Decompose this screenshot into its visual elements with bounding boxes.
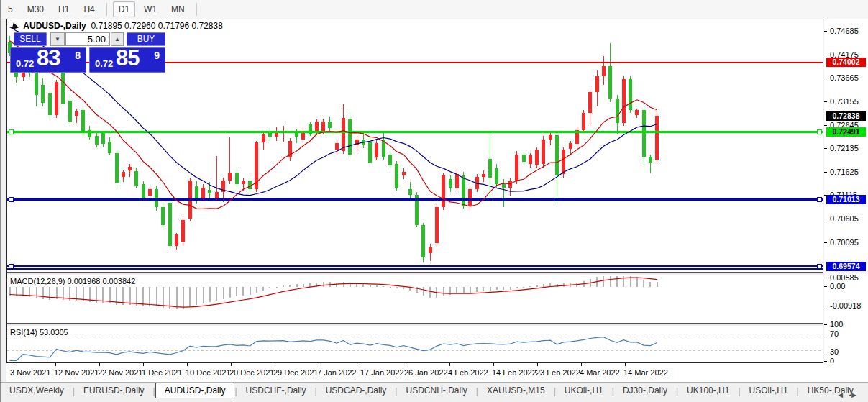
time-tick-mark [581, 363, 582, 366]
price-tick-label: 0.74685 [830, 27, 859, 35]
price-tick-label: 0.73665 [830, 73, 859, 82]
time-tick-label: 29 Dec 2021 [273, 368, 318, 377]
buy-button[interactable]: BUY [127, 32, 165, 46]
price-tick-mark [824, 219, 827, 219]
timeframe-button-m30[interactable]: M30 [22, 1, 50, 17]
volume-increase-button[interactable]: ▲ [111, 32, 124, 46]
time-tick-label: 3 Nov 2021 [10, 368, 50, 377]
bid-pip-digit: 8 [75, 50, 81, 61]
arrow-down-icon: ▼ [55, 36, 60, 42]
time-tick-label: 14 Feb 2022 [492, 368, 536, 377]
price-tick-mark [824, 148, 827, 149]
macd-tick-label: -0.00918 [830, 301, 861, 310]
price-tick-label: 0.70605 [830, 214, 859, 223]
price-tick-label: 0.70095 [830, 238, 859, 247]
time-tick-label: 17 Jan 2022 [360, 368, 404, 377]
sell-button[interactable]: SELL [14, 32, 47, 46]
time-tick-mark [537, 363, 538, 366]
price-level-tag: 0.72838 [826, 111, 866, 121]
time-tick-mark [449, 363, 450, 366]
time-tick-label: 20 Dec 2021 [229, 368, 274, 377]
rsi-tick-label: 30 [830, 347, 839, 356]
price-tick-mark [824, 55, 827, 55]
chart-tabs-bar: USDX,Weekly|EURUSD-,Daily|AUDUSD-,Daily|… [1, 382, 868, 398]
chart-tab-usdx-weekly[interactable]: USDX,Weekly [1, 383, 73, 398]
price-tick-label: 0.73155 [830, 97, 859, 106]
chart-tab-eurusd-daily[interactable]: EURUSD-,Daily [75, 383, 153, 398]
time-tick-label: 4 Feb 2022 [448, 368, 488, 377]
ask-big-digits: 85 [116, 45, 139, 71]
chart-cursor-icon [10, 22, 19, 29]
ohlc-values: 0.71895 0.72960 0.71796 0.72838 [91, 21, 223, 31]
timeframe-toolbar: 5M30H1H4D1W1MN [1, 0, 868, 19]
price-tick-mark [824, 31, 827, 32]
price-tick-mark [824, 78, 827, 78]
time-tick-mark [143, 363, 144, 366]
bid-big-digits: 83 [37, 45, 60, 71]
timeframe-button-5[interactable]: 5 [2, 1, 19, 17]
time-tick-mark [319, 363, 319, 366]
volume-input[interactable]: 5.00 [65, 32, 110, 46]
symbol-name: AUDUSD-,Daily [23, 21, 86, 31]
toolbar-separator [196, 3, 197, 16]
one-click-trading-panel: SELL ▼ 5.00 ▲ BUY 0.72 83 8 0.72 85 9 [10, 30, 165, 73]
macd-tick-label: 0.00 [830, 282, 845, 291]
timeframe-button-h4[interactable]: H4 [78, 1, 100, 17]
chart-tab-xauusd-m15[interactable]: XAUUSD-,M15 [478, 383, 554, 398]
time-tick-mark [99, 363, 100, 366]
time-tick-label: 1 Dec 2021 [142, 368, 182, 377]
chart-tab-dj30-daily[interactable]: DJ30-,Daily [614, 383, 676, 398]
price-axis[interactable]: 0.746850.741750.736650.731550.726450.721… [824, 19, 868, 363]
chart-tab-ukoil-h1[interactable]: UKOil-,H1 [556, 383, 612, 398]
volume-decrease-button[interactable]: ▼ [50, 32, 65, 46]
ask-price-button[interactable]: 0.72 85 9 [89, 47, 165, 73]
bid-prefix: 0.72 [16, 58, 34, 69]
time-tick-label: 23 Feb 2022 [536, 368, 580, 377]
arrow-up-icon: ▲ [114, 36, 120, 42]
price-tick-mark [824, 242, 827, 243]
macd-tick-label: 0.00585 [830, 273, 859, 282]
time-tick-mark [55, 363, 56, 366]
ask-prefix: 0.72 [95, 58, 113, 69]
rsi-panel-canvas[interactable] [7, 326, 823, 362]
time-tick-label: 4 Mar 2022 [580, 368, 620, 377]
price-tick-mark [824, 125, 827, 126]
trading-platform-window: 5M30H1H4D1W1MN MACD(12,26,9) 0.001968 0.… [0, 0, 868, 402]
price-tick-mark [824, 101, 827, 102]
ask-pip-digit: 9 [154, 50, 160, 61]
chart-tab-usoil-h1[interactable]: USOil-,H1 [741, 383, 797, 398]
rsi-tick-mark [824, 334, 827, 334]
time-tick-label: 14 Mar 2022 [623, 368, 668, 377]
time-tick-mark [275, 363, 275, 366]
rsi-tick-label: 100 [830, 320, 843, 329]
chart-title: AUDUSD-,Daily 0.71895 0.72960 0.71796 0.… [11, 21, 223, 31]
chart-tab-usdcad-daily[interactable]: USDCAD-,Daily [317, 383, 396, 398]
time-tick-mark [493, 363, 494, 366]
macd-indicator-label: MACD(12,26,9) 0.001968 0.003842 [10, 277, 135, 285]
rsi-tick-mark [824, 352, 827, 352]
bid-price-button[interactable]: 0.72 83 8 [10, 47, 86, 73]
time-tick-mark [625, 363, 626, 366]
time-axis[interactable]: 3 Nov 202112 Nov 202122 Nov 20211 Dec 20… [6, 363, 868, 382]
macd-tick-mark [824, 306, 827, 306]
time-tick-label: 26 Jan 2022 [404, 368, 448, 377]
price-tick-label: 0.71625 [830, 168, 859, 176]
timeframe-button-w1[interactable]: W1 [138, 1, 163, 17]
chart-tab-audusd-daily[interactable]: AUDUSD-,Daily [155, 383, 235, 398]
status-strip [1, 398, 868, 402]
rsi-tick-mark [824, 324, 827, 325]
timeframe-button-h1[interactable]: H1 [52, 1, 75, 17]
price-level-tag: 0.72491 [826, 127, 866, 137]
timeframe-button-d1[interactable]: D1 [113, 1, 135, 17]
chart-tab-usdcnh-daily[interactable]: USDCNH-,Daily [397, 383, 475, 398]
price-level-tag: 0.71013 [826, 195, 866, 204]
price-level-tag: 0.69574 [826, 262, 866, 271]
time-tick-label: 22 Nov 2021 [98, 368, 142, 377]
price-level-tag: 0.74002 [826, 58, 866, 67]
chart-tab-usdchf-daily[interactable]: USDCHF-,Daily [237, 383, 315, 398]
timeframe-button-mn[interactable]: MN [165, 1, 191, 17]
time-tick-label: 12 Nov 2021 [54, 368, 99, 377]
chart-tab-uk100-h1[interactable]: UK100-,H1 [678, 383, 738, 398]
time-tick-mark [362, 363, 362, 366]
price-tick-mark [824, 172, 827, 173]
